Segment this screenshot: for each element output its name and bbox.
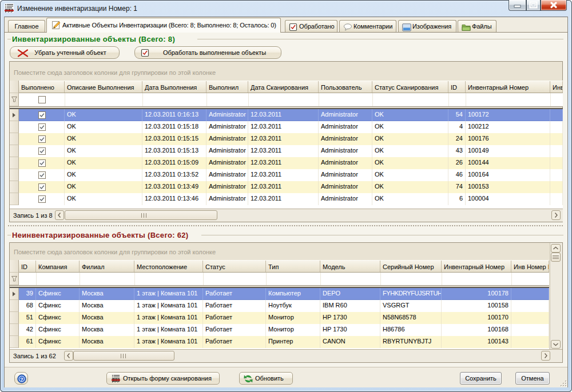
svg-text:?: ? (20, 376, 23, 382)
